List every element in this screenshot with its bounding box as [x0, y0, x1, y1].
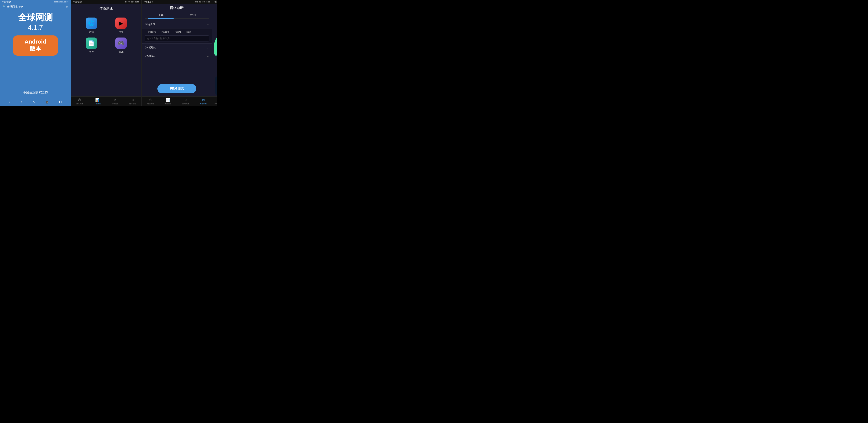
- video-icon: ▶: [115, 18, 127, 29]
- nav-tabs-btn[interactable]: 5: [46, 100, 48, 104]
- speed-test-title: 体验测速: [71, 4, 142, 13]
- dns-section-header[interactable]: DNS测试 ⌄: [142, 43, 212, 52]
- tab-diag-net-icon: ⏱: [149, 98, 152, 102]
- checkbox-more[interactable]: 更多: [184, 30, 191, 33]
- tab-diag-auto-icon: 🖥: [184, 98, 187, 102]
- status-bar-home: 中国电信⊕ 363 B/s 61% 21:36: [0, 0, 71, 4]
- game-icon: 🎮: [115, 37, 127, 49]
- file-icon: 📄: [86, 37, 97, 49]
- ping-checkbox-row: 中国香港 中国台湾 中国澳门 更多: [145, 30, 209, 33]
- carrier-home: 中国电信⊕: [2, 1, 11, 3]
- battery-diag: 59%: [202, 1, 205, 3]
- website-item[interactable]: 🌐 网站: [79, 18, 104, 34]
- checkbox-hk-box: [145, 31, 147, 33]
- nav-back-btn[interactable]: ‹: [8, 99, 10, 104]
- status-icons-speed: 1.5 K/s 61% 21:56: [125, 1, 139, 3]
- ping-chevron-icon: ⌄: [207, 23, 209, 26]
- tabs-count-badge: 5: [46, 101, 48, 103]
- checkbox-mo[interactable]: 中国澳门: [171, 30, 182, 33]
- nav-menu-btn[interactable]: ⊡: [59, 100, 62, 104]
- tab-diag-auto-label: 自动测速: [182, 102, 189, 105]
- dns-section-title: DNS测试: [145, 46, 156, 50]
- nav-forward-btn[interactable]: ›: [21, 99, 22, 104]
- tab-wifi[interactable]: WIFI: [177, 12, 209, 19]
- tab-tools[interactable]: 工具: [145, 12, 177, 19]
- ping-section-title: Ping测试: [145, 23, 155, 26]
- ping-test-button[interactable]: PING测试: [157, 84, 196, 93]
- net-speed-diag: 572 B/s: [195, 1, 201, 3]
- status-bar-meter: 中国电信⊕ 42.5 M/s 58% 22:10: [212, 0, 217, 4]
- tab-net-speed[interactable]: ⏱ 网络测速: [75, 98, 85, 105]
- checkbox-hk[interactable]: 中国香港: [145, 30, 156, 33]
- badge-text-android: Android: [19, 38, 52, 45]
- tab-auto-speed-icon: 🖥: [113, 98, 117, 102]
- tab-diag-exp-label: 体验测速: [164, 102, 172, 105]
- tab-exp-speed[interactable]: 📊 体验测速: [93, 98, 102, 105]
- checkbox-mo-label: 中国澳门: [174, 30, 182, 33]
- download-mini-chart: 下行速率: [215, 76, 217, 95]
- checkbox-tw-box: [158, 31, 160, 33]
- tab-diag-diag[interactable]: 🖥 网络诊断: [198, 98, 208, 105]
- checkbox-mo-box: [171, 31, 173, 33]
- status-bar-speed: 中国电信⊕ 1.5 K/s 61% 21:56: [71, 0, 142, 4]
- ping-section-header[interactable]: Ping测试 ⌄: [142, 20, 212, 29]
- panel-net-diag: 中国电信⊕ 572 B/s 59% 21:56 网络诊断 工具 WIFI Pin…: [142, 0, 212, 106]
- checkbox-tw-label: 中国台湾: [161, 30, 169, 33]
- tab-diag-diag-label: 网络诊断: [200, 102, 207, 105]
- badge-text-version: 版本: [19, 45, 52, 53]
- mini-charts-area: 下行速率 上行速率: [212, 75, 217, 96]
- tab-diag-auto[interactable]: 🖥 自动测速: [181, 98, 190, 105]
- tab-diag-exp-icon: 📊: [166, 98, 170, 102]
- status-icons-home: 363 B/s 61% 21:36: [54, 1, 68, 3]
- video-item[interactable]: ▶ 视频: [108, 18, 134, 34]
- speedometer-container: 0 5 10 20 50 100 200 500 1G 2G: [212, 24, 217, 62]
- tab-meter-net-label: 网络测速: [215, 102, 217, 105]
- panel-speed-meter: 中国电信⊕ 42.5 M/s 58% 22:10 网络测速 Ping时延 11m…: [212, 0, 217, 106]
- search-area[interactable]: 🔍 全球网测APP: [3, 5, 23, 8]
- dig-section-header[interactable]: DIG测试 ⌄: [142, 52, 212, 60]
- top-bar-home: 🔍 全球网测APP ↻: [0, 4, 71, 10]
- carrier-diag: 中国电信⊕: [144, 1, 153, 3]
- time-diag: 21:56: [206, 1, 210, 3]
- status-icons-diag: 572 B/s 59% 21:56: [195, 1, 210, 3]
- status-bar-diag: 中国电信⊕ 572 B/s 59% 21:56: [142, 0, 212, 4]
- ping-count-input[interactable]: [145, 35, 209, 41]
- tab-net-diag-speed-label: 网络诊断: [129, 102, 136, 105]
- metrics-row: Ping时延 11ms 下行速率 -- 上行速率 --: [212, 12, 217, 24]
- ping-btn-row: PING测试: [142, 84, 212, 93]
- battery-speed: 61%: [131, 1, 134, 3]
- dns-chevron-icon: ⌄: [207, 46, 209, 50]
- tab-diag-exp[interactable]: 📊 体验测速: [163, 98, 173, 105]
- checkbox-tw[interactable]: 中国台湾: [158, 30, 169, 33]
- tab-meter-net-icon: ⏱: [216, 98, 217, 102]
- website-icon: 🌐: [86, 18, 97, 29]
- website-label: 网站: [89, 30, 94, 34]
- speedometer-svg: 0 5 10 20 50 100 200 500 1G 2G: [212, 26, 217, 60]
- app-version: 4.1.7: [0, 24, 71, 32]
- tab-auto-speed[interactable]: 🖥 自动测速: [110, 98, 120, 105]
- time-home: 21:36: [64, 1, 68, 3]
- tab-net-speed-label: 网络测速: [76, 102, 83, 105]
- tab-net-diag-speed[interactable]: 🖥 网络诊断: [128, 98, 137, 105]
- tab-net-diag-speed-icon: 🖥: [131, 98, 134, 102]
- panel-home: 中国电信⊕ 363 B/s 61% 21:36 🔍 全球网测APP ↻ 全球网测…: [0, 0, 71, 106]
- tab-exp-speed-icon: 📊: [95, 98, 99, 102]
- copyright-text: 中国信通院 ©2023: [0, 91, 71, 95]
- tab-diag-net-label: 网络测速: [147, 102, 154, 105]
- nav-bar-home: ‹ › ⌂ 5 ⊡: [0, 98, 71, 106]
- app-name-label: 全球网测APP: [7, 5, 23, 8]
- speed-home: 363 B/s: [54, 1, 60, 3]
- stop-btn-row: 停止测试: [212, 65, 217, 73]
- tab-meter-net-speed[interactable]: ⏱ 网络测速: [213, 98, 217, 105]
- app-title: 全球网测: [0, 13, 71, 22]
- refresh-icon[interactable]: ↻: [66, 5, 68, 8]
- bottom-tabs-diag: ⏱ 网络测速 📊 体验测速 🖥 自动测速 🖥 网络诊断: [142, 96, 212, 106]
- tab-diag-diag-icon: 🖥: [202, 98, 205, 102]
- checkbox-more-box: [184, 31, 186, 33]
- feature-grid: 🌐 网站 ▶ 视频 📄 文件 🎮 游戏: [71, 13, 142, 58]
- tab-diag-net-speed[interactable]: ⏱ 网络测速: [146, 98, 155, 105]
- carrier-speed: 中国电信⊕: [73, 1, 82, 3]
- file-item[interactable]: 📄 文件: [79, 37, 104, 54]
- game-item[interactable]: 🎮 游戏: [108, 37, 134, 54]
- nav-home-btn[interactable]: ⌂: [33, 100, 35, 104]
